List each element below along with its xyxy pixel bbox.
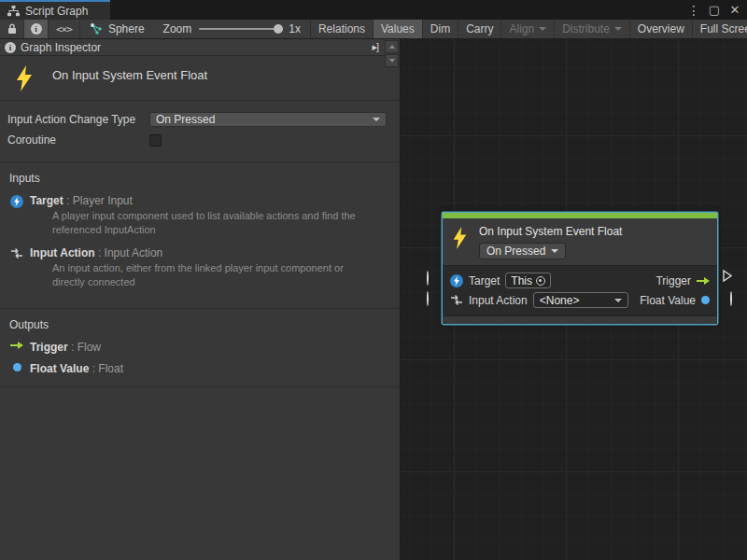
flow-arrow-icon [10,342,23,349]
field-label-coroutine: Coroutine [7,133,149,147]
flow-arrow-icon [697,277,710,285]
chevron-down-icon [539,27,546,31]
float-value-dot-icon [701,296,710,304]
outputs-heading: Outputs [9,318,392,331]
graph-name-label: Sphere [108,22,145,35]
node-title: On Input System Event Float [479,225,622,238]
input-port-target[interactable] [427,272,429,285]
inputs-heading: Inputs [9,172,392,185]
port-type: : Flow [71,341,101,354]
toolbar-button-carry[interactable]: Carry [458,20,501,38]
toolbar-button-overview[interactable]: Overview [630,20,693,38]
zoom-value: 1x [289,22,301,35]
lock-icon [7,23,17,35]
inspected-node-title: On Input System Event Float [52,65,207,82]
dock-panel-icon[interactable]: ▸] [372,41,378,53]
graph-canvas[interactable]: On Input System Event Float On Pressed T… [401,39,747,560]
trigger-label: Trigger [655,274,691,287]
node-row-input-action: Input Action <None> Float Value [450,290,710,310]
player-input-icon [10,195,23,208]
graph-toolbar: i <×> Sphere Zoom 1x Relations Values Di… [0,20,747,39]
inspector-scroll-spinners [385,40,399,67]
zoom-label: Zoom [163,22,192,35]
output-item-trigger: Trigger : Flow [7,341,392,354]
chevron-down-icon [614,27,622,31]
node-header[interactable]: On Input System Event Float On Pressed [443,218,717,265]
toolbar-button-dim[interactable]: Dim [423,20,458,38]
float-value-label: Float Value [640,294,696,307]
input-item-target: Target : Player Input A player input com… [7,194,392,238]
chevron-down-icon [614,299,622,302]
lightning-bolt-icon [452,225,468,259]
chevron-down-icon [373,118,380,121]
toolbar-button-distribute[interactable]: Distribute [555,20,630,38]
change-type-value: On Pressed [156,113,215,126]
output-port-float-value[interactable] [730,292,732,305]
code-icon: <×> [56,23,72,35]
chevron-down-icon [551,249,558,253]
zoom-slider[interactable] [199,28,281,30]
port-name: Input Action [30,246,95,259]
output-port-trigger[interactable] [723,270,732,282]
port-type: : Input Action [98,246,162,259]
node-body: Target This Trigger [443,265,717,315]
tab-script-graph[interactable]: Script Graph [0,0,110,20]
node-on-input-system-event-float[interactable]: On Input System Event Float On Pressed T… [443,213,717,324]
graph-inspector-panel: i Graph Inspector ▸] On Input System Eve… [0,39,401,560]
graph-asset-icon [90,23,103,35]
port-type: : Player Input [66,194,133,207]
scroll-up-button[interactable] [385,40,399,53]
graph-breadcrumb[interactable]: Sphere [80,20,154,38]
lock-button[interactable] [0,20,24,38]
toolbar-button-fullscreen[interactable]: Full Screen [693,20,747,38]
inspector-title: Graph Inspector [21,41,367,54]
field-label-change-type: Input Action Change Type [7,113,149,126]
tab-title: Script Graph [25,5,88,18]
inspector-toggle-button[interactable]: i [24,20,49,38]
port-type: : Float [92,362,123,375]
outputs-section: Outputs Trigger : Flow Float Value : Flo… [0,309,400,387]
zoom-control: Zoom 1x [154,20,310,38]
inputs-section: Inputs Target : Player Input A player in… [0,162,400,309]
window-menu-icon[interactable]: ⋮ [685,2,702,19]
inspected-node-title-block: On Input System Event Float [0,56,400,101]
input-action-label: Input Action [469,294,528,307]
inspector-header: i Graph Inspector ▸] [0,39,400,56]
port-description: An input action, either from the linked … [52,261,392,290]
output-item-float-value: Float Value : Float [7,362,392,375]
info-icon: i [31,23,42,35]
edit-script-button[interactable]: <×> [49,20,80,38]
triangle-down-icon [389,59,395,63]
change-type-dropdown[interactable]: On Pressed [149,112,387,127]
player-input-icon [450,274,463,287]
port-name: Trigger [30,341,68,354]
target-object-chip[interactable]: This [505,273,551,288]
port-description: A player input component used to list av… [52,209,392,238]
title-bar: Script Graph ⋮ ▢ ✕ [0,0,747,20]
toolbar-button-align[interactable]: Align [501,20,555,38]
input-port-input-action[interactable] [427,292,429,305]
input-action-dropdown[interactable]: <None> [533,292,628,308]
scroll-down-button[interactable] [385,54,399,67]
inspector-fields: Input Action Change Type On Pressed Coro… [0,101,400,162]
input-item-input-action: Input Action : Input Action An input act… [7,246,392,290]
port-name: Float Value [30,362,89,375]
input-action-icon [450,294,463,306]
node-row-target: Target This Trigger [450,271,710,290]
script-graph-icon [7,6,20,17]
coroutine-checkbox[interactable] [149,134,162,147]
lightning-bolt-icon [15,65,34,91]
triangle-up-icon [389,45,395,49]
zoom-slider-handle[interactable] [274,24,283,34]
toolbar-button-relations[interactable]: Relations [310,20,374,38]
object-picker-icon[interactable] [536,276,545,286]
window-maximize-icon[interactable]: ▢ [706,2,723,19]
input-action-icon [10,247,23,290]
window-close-icon[interactable]: ✕ [726,2,743,19]
toolbar-button-values[interactable]: Values [374,20,423,38]
node-mode-dropdown[interactable]: On Pressed [479,243,566,259]
port-name: Target [30,194,63,207]
float-value-dot-icon [13,363,21,371]
info-icon: i [5,42,16,53]
node-footer [443,315,717,324]
